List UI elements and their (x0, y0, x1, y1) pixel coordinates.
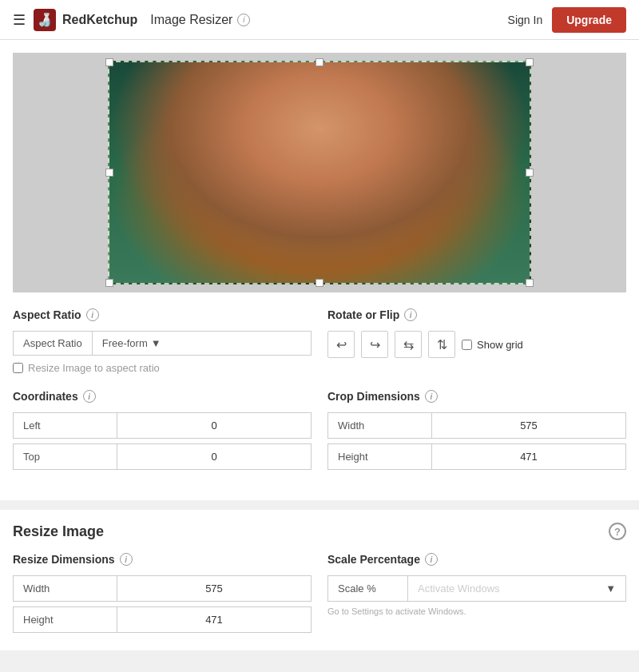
crop-width-field-row: Width (327, 412, 626, 439)
scale-placeholder-text: Activate Windows (418, 583, 500, 594)
top-input[interactable] (117, 443, 312, 470)
crop-dimensions-section-label: Crop Dimensions i (327, 390, 626, 403)
crop-dimensions-info-icon[interactable]: i (425, 390, 438, 403)
crop-handle-top-left[interactable] (105, 58, 113, 66)
resize-width-label: Width (13, 575, 117, 602)
resize-header: Resize Image ? (13, 523, 626, 540)
brand-name: RedKetchup (62, 13, 137, 27)
scale-dropdown-arrow[interactable]: ▼ (605, 583, 616, 594)
rotate-flip-section-label: Rotate or Flip i (327, 308, 626, 321)
rotate-flip-section: Rotate or Flip i ↩ ↪ ⇆ ⇅ Show grid (327, 308, 626, 374)
aspect-ratio-row: Aspect Ratio Free-form ▼ (13, 331, 312, 356)
sign-in-button[interactable]: Sign In (508, 14, 543, 26)
left-label: Left (13, 412, 117, 439)
scale-info-icon[interactable]: i (425, 553, 438, 566)
aspect-ratio-checkbox-label: Resize Image to aspect ratio (28, 362, 160, 374)
top-label: Top (13, 443, 117, 470)
menu-icon[interactable]: ☰ (13, 11, 26, 29)
coordinates-info-icon[interactable]: i (83, 390, 96, 403)
main-content: Aspect Ratio i Aspect Ratio Free-form ▼ … (0, 40, 639, 500)
resize-width-field-row: Width (13, 575, 312, 602)
scale-watermark-text: Go to Settings to activate Windows. (327, 606, 626, 616)
crop-width-label: Width (327, 412, 431, 439)
image-preview (13, 53, 626, 292)
rotate-left-button[interactable]: ↩ (327, 331, 355, 358)
crop-height-label: Height (327, 443, 431, 470)
upgrade-button[interactable]: Upgrade (552, 7, 626, 33)
scale-input-area[interactable]: Activate Windows ▼ (407, 575, 626, 602)
rotate-right-button[interactable]: ↪ (361, 331, 388, 358)
separator (0, 500, 639, 510)
resize-help-icon[interactable]: ? (609, 523, 626, 540)
left-field-row: Left (13, 412, 312, 439)
top-field-row: Top (13, 443, 312, 470)
aspect-ratio-checkbox-row: Resize Image to aspect ratio (13, 362, 312, 374)
resize-width-input[interactable] (117, 575, 312, 602)
logo-icon: 🍶 (34, 9, 56, 31)
show-grid-label: Show grid (477, 339, 523, 351)
crop-image[interactable] (108, 61, 531, 284)
resize-height-input[interactable] (117, 606, 312, 633)
aspect-ratio-section: Aspect Ratio i Aspect Ratio Free-form ▼ … (13, 308, 312, 374)
resize-dimensions-label: Resize Dimensions i (13, 553, 312, 566)
resize-height-label: Height (13, 606, 117, 633)
crop-dimensions-section: Crop Dimensions i Width Height (327, 390, 626, 475)
resize-dimensions-info-icon[interactable]: i (120, 553, 133, 566)
coordinates-section-label: Coordinates i (13, 390, 312, 403)
scale-row: Scale % Activate Windows ▼ (327, 575, 626, 602)
tool-title: Image Resizer (150, 13, 232, 27)
rotate-flip-info-icon[interactable]: i (404, 308, 417, 321)
scale-percentage-label: Scale Percentage i (327, 553, 626, 566)
flip-horizontal-button[interactable]: ⇆ (395, 331, 422, 358)
header: ☰ 🍶 RedKetchup Image Resizer i Sign In U… (0, 0, 639, 40)
crop-handle-bottom-right[interactable] (526, 279, 534, 287)
scale-label: Scale % (327, 575, 407, 602)
resize-title: Resize Image (13, 523, 104, 540)
crop-handle-top-right[interactable] (526, 58, 534, 66)
crop-handle-bottom-middle[interactable] (316, 279, 323, 287)
rotate-flip-row: ↩ ↪ ⇆ ⇅ Show grid (327, 331, 626, 358)
aspect-ratio-checkbox[interactable] (13, 363, 23, 373)
resize-dimensions-section: Resize Dimensions i Width Height (13, 553, 312, 638)
aspect-ratio-dropdown-arrow: ▼ (151, 337, 161, 349)
aspect-ratio-info-icon[interactable]: i (86, 308, 99, 321)
show-grid-checkbox[interactable] (462, 340, 472, 350)
crop-width-input[interactable] (431, 412, 626, 439)
left-input[interactable] (117, 412, 312, 439)
resize-grid: Resize Dimensions i Width Height Scale P… (13, 553, 626, 638)
resize-image-section: Resize Image ? Resize Dimensions i Width… (0, 510, 639, 650)
crop-handle-top-middle[interactable] (316, 58, 323, 66)
aspect-ratio-select[interactable]: Free-form ▼ (92, 331, 312, 356)
show-grid-row: Show grid (462, 339, 523, 351)
resize-height-field-row: Height (13, 606, 312, 633)
crop-handle-left-middle[interactable] (105, 169, 113, 177)
crop-height-input[interactable] (431, 443, 626, 470)
aspect-ratio-section-label: Aspect Ratio i (13, 308, 312, 321)
scale-percentage-section: Scale Percentage i Scale % Activate Wind… (327, 553, 626, 638)
crop-handle-right-middle[interactable] (526, 169, 534, 177)
coordinates-section: Coordinates i Left Top (13, 390, 312, 475)
crop-height-field-row: Height (327, 443, 626, 470)
flip-vertical-button[interactable]: ⇅ (428, 331, 455, 358)
brand-logo: 🍶 RedKetchup (34, 9, 137, 31)
header-info-icon[interactable]: i (237, 14, 250, 26)
aspect-ratio-label-button[interactable]: Aspect Ratio (13, 331, 92, 356)
crop-handle-bottom-left[interactable] (105, 279, 113, 287)
controls-grid: Aspect Ratio i Aspect Ratio Free-form ▼ … (13, 308, 626, 475)
